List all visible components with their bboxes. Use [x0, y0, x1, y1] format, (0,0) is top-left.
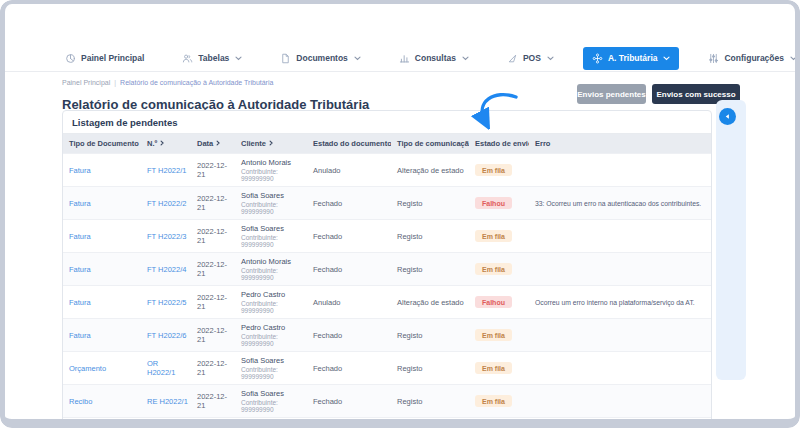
error-cell — [529, 319, 711, 352]
document-number-cell: FT H2022/1 — [141, 154, 191, 187]
client-taxpayer-number: Contribuinte: 999999990 — [241, 201, 304, 215]
error-cell — [529, 385, 711, 418]
document-number-link[interactable]: FT H2022/2 — [147, 199, 186, 208]
communication-type-cell: Alteração de estado — [391, 286, 469, 319]
nav-item-label: A. Tributária — [608, 53, 658, 63]
table-row[interactable]: Fatura FT H2022/1 2022-12-21 Antonio Mor… — [63, 154, 711, 187]
client-cell: Antonio Morais Contribuinte: 999999990 — [235, 253, 307, 286]
send-state-badge: Em fila — [475, 362, 512, 374]
column-header-label: Estado do documento — [313, 139, 391, 148]
document-number-cell: RE H2022/1 — [141, 385, 191, 418]
nav-item-painel-principal[interactable]: Painel Principal — [56, 47, 153, 70]
document-state-cell: Fechado — [307, 253, 391, 286]
document-number-cell: OR H2022/1 — [141, 352, 191, 385]
nav-item-tabelas[interactable]: Tabelas — [173, 47, 251, 70]
table-row[interactable]: Fatura FT H2022/3 2022-12-21 Sofia Soare… — [63, 220, 711, 253]
column-header-n[interactable]: N.º — [141, 134, 191, 154]
pending-sends-button[interactable]: Envios pendentes — [577, 84, 646, 104]
nav-item-consultas[interactable]: Consultas — [390, 47, 478, 70]
column-header-cliente[interactable]: Cliente — [235, 134, 307, 154]
table-row[interactable]: Fatura FT H2022/6 2022-12-21 Pedro Castr… — [63, 319, 711, 352]
panel-expand-button[interactable] — [719, 108, 736, 125]
document-number-link[interactable]: OR H2022/1 — [147, 359, 188, 377]
send-state-badge: Em fila — [475, 263, 512, 275]
communication-type-cell: Registo — [391, 319, 469, 352]
column-header-label: Tipo de Documento — [69, 139, 139, 148]
document-number-link[interactable]: FT H2022/6 — [147, 331, 186, 340]
send-state-badge: Em fila — [475, 164, 512, 176]
sort-chevron-icon — [268, 139, 274, 148]
column-header-erro[interactable]: Erro — [529, 134, 711, 154]
client-cell: Pedro Castro Contribuinte: 999999990 — [235, 319, 307, 352]
client-cell: Sofia Soares Contribuinte: 999999990 — [235, 352, 307, 385]
app-window: Painel Principal Tabelas Documentos Cons… — [0, 0, 800, 428]
nav-item-label: POS — [523, 53, 541, 63]
chevron-down-icon — [547, 56, 554, 61]
nav-item-documentos[interactable]: Documentos — [271, 47, 369, 70]
client-name: Sofia Soares — [241, 389, 304, 398]
document-number-link[interactable]: FT H2022/3 — [147, 232, 186, 241]
client-cell: Antonio Morais Contribuinte: 999999990 — [235, 154, 307, 187]
table-row[interactable]: Fatura FT H2022/2 2022-12-21 Sofia Soare… — [63, 187, 711, 220]
column-header-estado-do-documento[interactable]: Estado do documento — [307, 134, 391, 154]
bar-chart-icon — [399, 53, 410, 64]
nav-item-a-tributaria[interactable]: A. Tributária — [583, 47, 680, 70]
sliders-icon — [708, 53, 719, 64]
nav-item-configuracoes[interactable]: Configurações — [699, 47, 800, 70]
document-type-link[interactable]: Fatura — [69, 199, 91, 208]
nav-item-pos[interactable]: POS — [498, 47, 563, 70]
document-number-link[interactable]: FT H2022/5 — [147, 298, 186, 307]
table-row[interactable]: Fatura FT H2022/5 2022-12-21 Pedro Castr… — [63, 286, 711, 319]
nav-item-label: Configurações — [724, 53, 784, 63]
breadcrumb-home[interactable]: Painel Principal — [62, 79, 110, 86]
send-state-badge: Em fila — [475, 329, 512, 341]
document-number-link[interactable]: FT H2022/4 — [147, 265, 186, 274]
document-type-link[interactable]: Fatura — [69, 232, 91, 241]
chevron-down-icon — [235, 56, 242, 61]
column-header-label: N.º — [147, 139, 157, 148]
chevron-down-icon — [790, 56, 797, 61]
document-type-link[interactable]: Fatura — [69, 298, 91, 307]
document-type-link[interactable]: Recibo — [69, 397, 92, 406]
send-state-cell: Em fila — [469, 253, 529, 286]
pos-icon — [507, 53, 518, 64]
document-type-link[interactable]: Fatura — [69, 331, 91, 340]
date-cell: 2022-12-21 — [191, 352, 235, 385]
error-cell — [529, 220, 711, 253]
date-cell: 2022-12-21 — [191, 253, 235, 286]
document-number-link[interactable]: RE H2022/1 — [147, 397, 188, 406]
column-header-label: Tipo de comunicação — [397, 139, 469, 148]
document-state-cell: Fechado — [307, 352, 391, 385]
send-state-cell: Em fila — [469, 154, 529, 187]
send-state-cell: Em fila — [469, 319, 529, 352]
send-state-badge: Falhou — [475, 197, 512, 209]
client-taxpayer-number: Contribuinte: 999999990 — [241, 333, 304, 347]
pagination-page-1-button[interactable]: 1 — [194, 423, 209, 428]
document-type-cell: Fatura — [63, 220, 141, 253]
chevron-down-icon — [663, 56, 670, 61]
document-type-cell: Fatura — [63, 286, 141, 319]
document-type-link[interactable]: Orçamento — [69, 364, 106, 373]
column-header-data[interactable]: Data — [191, 134, 235, 154]
table-row[interactable]: Fatura FT H2022/4 2022-12-21 Antonio Mor… — [63, 253, 711, 286]
date-cell: 2022-12-21 — [191, 319, 235, 352]
document-type-link[interactable]: Fatura — [69, 265, 91, 274]
document-type-link[interactable]: Fatura — [69, 166, 91, 175]
table-row[interactable]: Recibo RE H2022/1 2022-12-21 Sofia Soare… — [63, 385, 711, 418]
document-number-cell: FT H2022/2 — [141, 187, 191, 220]
client-name: Pedro Castro — [241, 323, 304, 332]
column-header-estado-de-envio[interactable]: Estado de envio — [469, 134, 529, 154]
document-type-cell: Orçamento — [63, 352, 141, 385]
column-header-tipo-de-comunicacao[interactable]: Tipo de comunicação — [391, 134, 469, 154]
send-state-cell: Em fila — [469, 220, 529, 253]
nav-item-label: Painel Principal — [81, 53, 144, 63]
document-number-cell: FT H2022/3 — [141, 220, 191, 253]
send-state-cell: Em fila — [469, 385, 529, 418]
breadcrumb-current: Relatório de comunicação à Autoridade Tr… — [120, 79, 273, 86]
network-icon — [592, 53, 603, 64]
document-number-link[interactable]: FT H2022/1 — [147, 166, 186, 175]
column-header-label: Erro — [535, 139, 550, 148]
communication-type-cell: Registo — [391, 187, 469, 220]
column-header-tipo-de-documento[interactable]: Tipo de Documento — [63, 134, 141, 154]
table-row[interactable]: Orçamento OR H2022/1 2022-12-21 Sofia So… — [63, 352, 711, 385]
